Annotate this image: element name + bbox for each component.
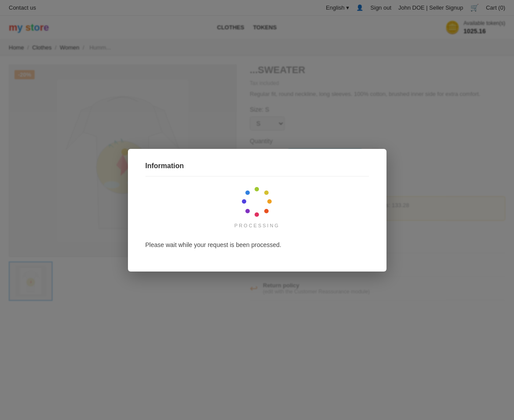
loading-spinner [242,187,273,218]
modal-title: Information [145,162,369,176]
processing-label: PROCESSING [234,223,280,228]
information-modal: Information PROCESSING Please wait while… [128,149,386,272]
spinner-container: PROCESSING [145,187,369,228]
modal-overlay: Information PROCESSING Please wait while… [0,0,514,310]
modal-message: Please wait while your request is been p… [145,241,369,248]
